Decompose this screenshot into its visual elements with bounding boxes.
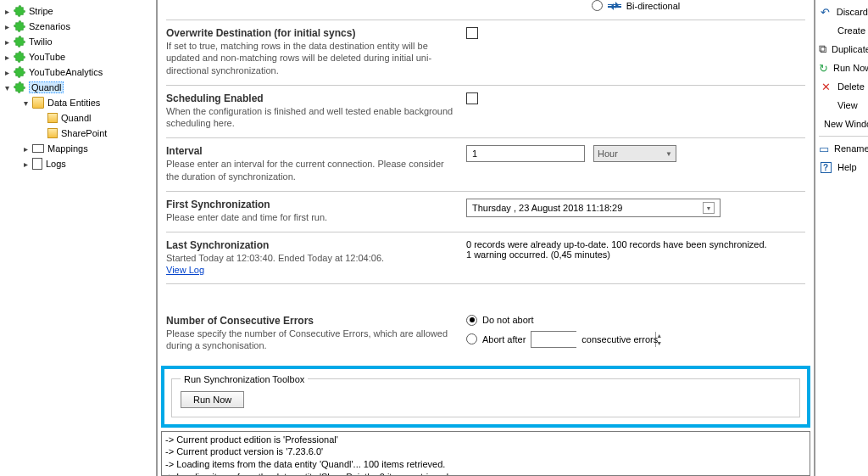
main-content: Bi-directional Overwrite Destination (fo… bbox=[156, 0, 815, 476]
action-label: New Window bbox=[824, 119, 868, 129]
tree-item-mappings[interactable]: ▸ Mappings bbox=[2, 141, 154, 156]
chevron-right-icon[interactable]: ▸ bbox=[2, 21, 12, 31]
tree-label: Szenarios bbox=[29, 21, 70, 31]
run-sync-fieldset: Run Synchronization Toolbox Run Now bbox=[171, 374, 800, 417]
fieldset-legend: Run Synchronization Toolbox bbox=[181, 374, 308, 384]
radio-label-prefix: Abort after bbox=[482, 334, 526, 344]
abort-count-spinner[interactable]: ▲▼ bbox=[531, 331, 576, 348]
tree-item-entity[interactable]: Quandl bbox=[2, 110, 154, 126]
tree-label: Twilio bbox=[29, 36, 53, 47]
tree-item-logs[interactable]: ▸ Logs bbox=[2, 156, 154, 171]
tree-label: Mappings bbox=[47, 143, 88, 154]
setting-desc: Please enter an interval for the current… bbox=[166, 158, 454, 182]
setting-desc: When the configuration is finished and w… bbox=[166, 105, 454, 130]
radio-label: Bi-directional bbox=[626, 1, 681, 11]
action-label: Delete bbox=[837, 81, 865, 92]
mappings-icon bbox=[32, 144, 44, 153]
log-line: -> Current product version is '7.23.6.0' bbox=[165, 445, 806, 458]
setting-desc: Please specify the number of Consecutive… bbox=[166, 328, 454, 352]
tree-item[interactable]: ▸ Twilio bbox=[2, 34, 154, 49]
tree-item-quandl[interactable]: ▾ Quandl bbox=[2, 80, 154, 95]
action-help[interactable]: ? Help bbox=[819, 158, 868, 176]
first-sync-row: First Synchronization Please enter date … bbox=[166, 192, 805, 232]
tree-item-data-entities[interactable]: ▾ Data Entities bbox=[2, 95, 154, 110]
first-sync-date[interactable]: Thursday , 23 August 2018 11:18:29 ▼ bbox=[466, 199, 721, 217]
chevron-right-icon[interactable]: ▸ bbox=[20, 143, 31, 154]
action-delete[interactable]: ✕ Delete bbox=[819, 77, 868, 96]
setting-desc: Please enter date and time for first run… bbox=[166, 211, 454, 223]
undo-icon: ↶ bbox=[819, 5, 832, 19]
setting-title: Number of Consecutive Errors bbox=[166, 315, 454, 327]
abort-after-radio[interactable]: Abort after ▲▼ consecutive errors bbox=[466, 331, 658, 348]
bidirectional-radio[interactable]: Bi-directional bbox=[592, 0, 681, 11]
scheduling-checkbox[interactable] bbox=[466, 92, 478, 104]
action-create[interactable]: Create bbox=[819, 21, 868, 40]
entity-icon bbox=[47, 113, 58, 123]
actions-panel: ↶ Discard Create ⧉ Duplicate ↻ Run Now ✕… bbox=[815, 0, 868, 476]
run-now-button[interactable]: Run Now bbox=[181, 391, 244, 408]
blank-icon bbox=[819, 98, 832, 112]
chevron-right-icon[interactable]: ▸ bbox=[2, 52, 12, 62]
tree-item-entity[interactable]: SharePoint bbox=[2, 126, 154, 141]
tree-item[interactable]: ▸ YouTube bbox=[2, 49, 154, 64]
interval-input[interactable] bbox=[467, 148, 594, 159]
radio-label-suffix: consecutive errors bbox=[581, 334, 658, 344]
setting-title: Overwrite Destination (for initial syncs… bbox=[166, 27, 454, 39]
action-new-window[interactable]: New Window bbox=[819, 115, 868, 133]
chevron-right-icon[interactable]: ▸ bbox=[2, 67, 12, 77]
action-label: View bbox=[837, 100, 858, 110]
tree-label: Stripe bbox=[29, 6, 53, 16]
chevron-right-icon[interactable]: ▸ bbox=[2, 36, 12, 47]
nav-tree: ▸ Stripe ▸ Szenarios ▸ Twilio ▸ YouTube … bbox=[0, 0, 156, 476]
entity-icon bbox=[47, 128, 58, 138]
action-label: Run Now bbox=[833, 63, 868, 73]
setting-title: Interval bbox=[166, 145, 454, 157]
action-runnow[interactable]: ↻ Run Now bbox=[819, 59, 868, 77]
puzzle-icon bbox=[14, 20, 25, 32]
action-duplicate[interactable]: ⧉ Duplicate bbox=[819, 40, 868, 59]
chevron-down-icon[interactable]: ▾ bbox=[2, 82, 12, 92]
log-line: -> Current product edition is 'Professio… bbox=[165, 434, 806, 446]
interval-spinner[interactable]: ▲▼ bbox=[466, 145, 585, 162]
setting-title: First Synchronization bbox=[166, 199, 454, 210]
log-line: -> Loading items from the data entity 'Q… bbox=[165, 458, 806, 471]
chevron-right-icon[interactable]: ▸ bbox=[20, 159, 31, 169]
last-sync-result: 0 records were already up-to-date. 100 r… bbox=[466, 239, 771, 260]
tree-label: Logs bbox=[46, 159, 66, 169]
do-not-abort-radio[interactable]: Do not abort bbox=[466, 315, 534, 326]
action-view[interactable]: View bbox=[819, 96, 868, 115]
puzzle-icon bbox=[14, 5, 25, 17]
tree-label: Data Entities bbox=[47, 98, 100, 108]
blank-icon bbox=[819, 24, 832, 37]
chevron-down-icon[interactable]: ▾ bbox=[20, 98, 31, 108]
action-rename[interactable]: ▭ Rename bbox=[819, 139, 868, 158]
radio-icon bbox=[466, 315, 477, 326]
setting-title: Last Synchronization bbox=[166, 239, 454, 251]
combo-value: Hour bbox=[598, 148, 618, 159]
overwrite-row: Overwrite Destination (for initial syncs… bbox=[166, 20, 805, 86]
tree-label: Quandl bbox=[29, 81, 64, 93]
action-discard[interactable]: ↶ Discard bbox=[819, 3, 868, 21]
logs-icon bbox=[32, 158, 42, 170]
overwrite-checkbox[interactable] bbox=[466, 27, 478, 39]
puzzle-icon bbox=[14, 81, 25, 93]
tree-item[interactable]: ▸ Szenarios bbox=[2, 19, 154, 34]
tree-label: YouTube bbox=[29, 52, 65, 62]
interval-row: Interval Please enter an interval for th… bbox=[166, 138, 805, 192]
rename-icon: ▭ bbox=[819, 142, 829, 155]
tree-item[interactable]: ▸ Stripe bbox=[2, 3, 154, 19]
tree-item[interactable]: ▸ YouTubeAnalytics bbox=[2, 64, 154, 80]
log-output[interactable]: -> Current product edition is 'Professio… bbox=[161, 431, 810, 476]
setting-title: Scheduling Enabled bbox=[166, 92, 454, 104]
help-icon: ? bbox=[819, 160, 832, 174]
bidirectional-icon bbox=[608, 4, 621, 8]
setting-desc: If set to true, matching rows in the dat… bbox=[166, 40, 454, 76]
interval-unit-combo[interactable]: Hour ▼ bbox=[593, 145, 676, 162]
chevron-right-icon[interactable]: ▸ bbox=[2, 6, 12, 16]
date-value: Thursday , 23 August 2018 11:18:29 bbox=[472, 203, 622, 213]
folder-icon bbox=[32, 97, 44, 109]
tree-label: YouTubeAnalytics bbox=[29, 67, 103, 77]
copy-icon: ⧉ bbox=[819, 42, 826, 56]
view-log-link[interactable]: View Log bbox=[166, 265, 204, 275]
calendar-dropdown-icon[interactable]: ▼ bbox=[703, 202, 715, 214]
